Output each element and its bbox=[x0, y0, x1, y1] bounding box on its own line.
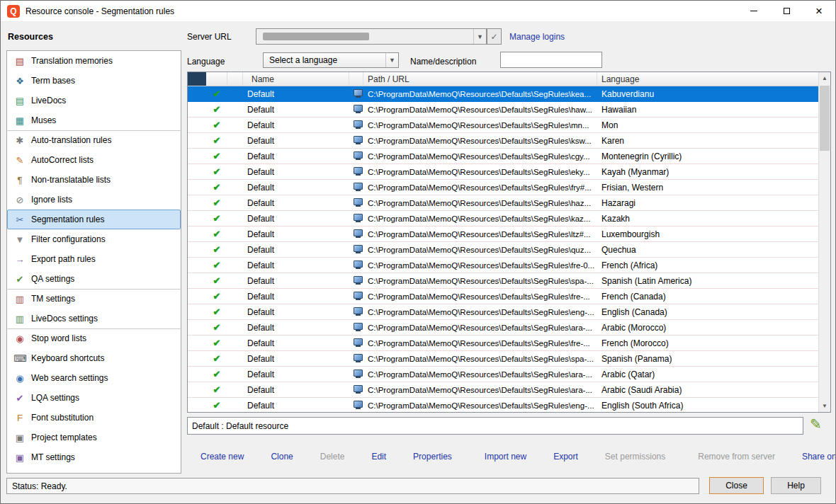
table-row[interactable]: ✔DefaultC:\ProgramData\MemoQ\Resources\D… bbox=[188, 304, 818, 320]
chevron-down-icon[interactable]: ▼ bbox=[473, 29, 486, 44]
path-column-header[interactable]: Path / URL bbox=[363, 72, 597, 86]
resource-description-input[interactable] bbox=[187, 417, 803, 435]
row-selector-cell[interactable] bbox=[188, 180, 206, 195]
table-row[interactable]: ✔DefaultC:\ProgramData\MemoQ\Resources\D… bbox=[188, 180, 818, 195]
sidebar-item-non-translatable-lists[interactable]: ¶Non-translatable lists bbox=[7, 170, 181, 190]
icon-column-header[interactable] bbox=[349, 72, 363, 86]
action-share-on-server[interactable]: Share on server bbox=[802, 452, 836, 462]
table-row[interactable]: ✔DefaultC:\ProgramData\MemoQ\Resources\D… bbox=[188, 118, 818, 133]
table-row[interactable]: ✔DefaultC:\ProgramData\MemoQ\Resources\D… bbox=[188, 398, 818, 412]
sidebar-item-export-path-rules[interactable]: →Export path rules bbox=[7, 249, 181, 269]
row-selector-cell[interactable] bbox=[188, 367, 206, 382]
sidebar-item-ignore-lists[interactable]: ⊘Ignore lists bbox=[7, 190, 181, 210]
action-import-new[interactable]: Import new bbox=[485, 452, 526, 462]
maximize-button[interactable] bbox=[770, 1, 803, 22]
edit-pencil-icon[interactable]: ✎ bbox=[810, 416, 822, 433]
table-header-row: Name Path / URL Language bbox=[188, 72, 818, 86]
resource-path: C:\ProgramData\MemoQ\Resources\Defaults\… bbox=[363, 195, 597, 210]
row-selector-cell[interactable] bbox=[188, 273, 206, 288]
row-selector-cell[interactable] bbox=[188, 164, 206, 179]
help-button[interactable]: Help bbox=[771, 477, 821, 494]
sidebar-item-translation-memories[interactable]: ▤Translation memories bbox=[7, 51, 181, 71]
close-button[interactable] bbox=[803, 1, 835, 22]
sidebar-item-web-search-settings[interactable]: ◉Web search settings bbox=[7, 368, 181, 388]
row-selector-cell[interactable] bbox=[188, 398, 206, 412]
minimize-button[interactable] bbox=[738, 1, 770, 22]
name-column-header[interactable]: Name bbox=[243, 72, 349, 86]
sidebar-item-term-bases[interactable]: ❖Term bases bbox=[7, 71, 181, 91]
action-edit[interactable]: Edit bbox=[371, 452, 386, 462]
row-selector-cell[interactable] bbox=[188, 304, 206, 319]
livedocs-settings-icon: ▥ bbox=[13, 314, 26, 324]
table-row[interactable]: ✔DefaultC:\ProgramData\MemoQ\Resources\D… bbox=[188, 102, 818, 118]
table-row[interactable]: ✔DefaultC:\ProgramData\MemoQ\Resources\D… bbox=[188, 382, 818, 398]
sidebar-item-qa-settings[interactable]: ✔QA settings bbox=[7, 269, 181, 289]
sidebar-item-project-templates[interactable]: ▣Project templates bbox=[7, 428, 181, 447]
close-button[interactable]: Close bbox=[709, 477, 764, 494]
sidebar-item-auto-translation-rules[interactable]: ✱Auto-translation rules bbox=[7, 130, 181, 150]
action-clone[interactable]: Clone bbox=[271, 452, 293, 462]
table-row[interactable]: ✔DefaultC:\ProgramData\MemoQ\Resources\D… bbox=[188, 289, 818, 304]
sidebar-item-livedocs[interactable]: ▤LiveDocs bbox=[7, 91, 181, 110]
row-selector-cell[interactable] bbox=[188, 227, 206, 241]
sidebar-item-autocorrect-lists[interactable]: ✎AutoCorrect lists bbox=[7, 150, 181, 170]
sidebar-item-muses[interactable]: ▦Muses bbox=[7, 110, 181, 130]
row-selector-cell[interactable] bbox=[188, 258, 206, 273]
row-selector-cell[interactable] bbox=[188, 242, 206, 257]
table-row[interactable]: ✔DefaultC:\ProgramData\MemoQ\Resources\D… bbox=[188, 86, 818, 102]
action-export[interactable]: Export bbox=[553, 452, 578, 462]
row-selector-cell[interactable] bbox=[188, 382, 206, 397]
row-selector-cell[interactable] bbox=[188, 133, 206, 148]
sidebar-item-stop-word-lists[interactable]: ◉Stop word lists bbox=[7, 328, 181, 348]
table-row[interactable]: ✔DefaultC:\ProgramData\MemoQ\Resources\D… bbox=[188, 242, 818, 258]
vertical-scrollbar[interactable]: ▲ ▼ bbox=[818, 72, 830, 412]
action-create-new[interactable]: Create new bbox=[200, 452, 244, 462]
table-row[interactable]: ✔DefaultC:\ProgramData\MemoQ\Resources\D… bbox=[188, 149, 818, 164]
table-row[interactable]: ✔DefaultC:\ProgramData\MemoQ\Resources\D… bbox=[188, 320, 818, 336]
sidebar-item-lqa-settings[interactable]: ✔LQA settings bbox=[7, 388, 181, 408]
sidebar-item-keyboard-shortcuts[interactable]: ⌨Keyboard shortcuts bbox=[7, 348, 181, 368]
row-selector-cell[interactable] bbox=[188, 86, 206, 101]
sidebar-item-filter-configurations[interactable]: ▼Filter configurations bbox=[7, 229, 181, 249]
scroll-up-button[interactable]: ▲ bbox=[819, 72, 830, 84]
row-selector-column-header[interactable] bbox=[188, 72, 206, 86]
manage-logins-link[interactable]: Manage logins bbox=[509, 32, 565, 42]
scrollbar-thumb[interactable] bbox=[820, 86, 830, 151]
table-row[interactable]: ✔DefaultC:\ProgramData\MemoQ\Resources\D… bbox=[188, 164, 818, 180]
chevron-down-icon[interactable]: ▼ bbox=[385, 53, 398, 67]
table-row[interactable]: ✔DefaultC:\ProgramData\MemoQ\Resources\D… bbox=[188, 367, 818, 382]
scrollbar-track[interactable] bbox=[819, 84, 830, 400]
table-row[interactable]: ✔DefaultC:\ProgramData\MemoQ\Resources\D… bbox=[188, 133, 818, 149]
table-row[interactable]: ✔DefaultC:\ProgramData\MemoQ\Resources\D… bbox=[188, 211, 818, 227]
language-column-header[interactable]: Language bbox=[597, 72, 818, 86]
sidebar-item-mt-settings[interactable]: ▣MT settings bbox=[7, 447, 181, 467]
row-selector-cell[interactable] bbox=[188, 351, 206, 366]
sidebar-item-tm-settings[interactable]: ▥TM settings bbox=[7, 289, 181, 309]
sidebar-item-livedocs-settings[interactable]: ▥LiveDocs settings bbox=[7, 309, 181, 328]
table-row[interactable]: ✔DefaultC:\ProgramData\MemoQ\Resources\D… bbox=[188, 227, 818, 242]
check-column-header[interactable] bbox=[206, 72, 227, 86]
row-selector-cell[interactable] bbox=[188, 289, 206, 304]
row-selector-cell[interactable] bbox=[188, 211, 206, 226]
row-selector-cell[interactable] bbox=[188, 195, 206, 210]
pin-column-header[interactable] bbox=[227, 72, 243, 86]
computer-icon bbox=[349, 382, 363, 397]
table-row[interactable]: ✔DefaultC:\ProgramData\MemoQ\Resources\D… bbox=[188, 195, 818, 211]
row-selector-cell[interactable] bbox=[188, 149, 206, 164]
language-filter-select[interactable]: Select a language ▼ bbox=[263, 52, 399, 68]
server-url-combobox[interactable]: ▼ bbox=[256, 28, 487, 45]
sidebar-item-segmentation-rules[interactable]: ✂Segmentation rules bbox=[7, 210, 181, 229]
action-properties[interactable]: Properties bbox=[413, 452, 452, 462]
server-url-check-button[interactable]: ✓ bbox=[487, 28, 502, 45]
table-row[interactable]: ✔DefaultC:\ProgramData\MemoQ\Resources\D… bbox=[188, 258, 818, 273]
row-selector-cell[interactable] bbox=[188, 320, 206, 335]
sidebar-item-font-substitution[interactable]: FFont substitution bbox=[7, 408, 181, 428]
scroll-down-button[interactable]: ▼ bbox=[819, 400, 830, 412]
row-selector-cell[interactable] bbox=[188, 336, 206, 350]
row-selector-cell[interactable] bbox=[188, 102, 206, 117]
table-row[interactable]: ✔DefaultC:\ProgramData\MemoQ\Resources\D… bbox=[188, 273, 818, 289]
table-row[interactable]: ✔DefaultC:\ProgramData\MemoQ\Resources\D… bbox=[188, 336, 818, 351]
name-description-input[interactable] bbox=[500, 52, 602, 68]
table-row[interactable]: ✔DefaultC:\ProgramData\MemoQ\Resources\D… bbox=[188, 351, 818, 367]
row-selector-cell[interactable] bbox=[188, 118, 206, 132]
